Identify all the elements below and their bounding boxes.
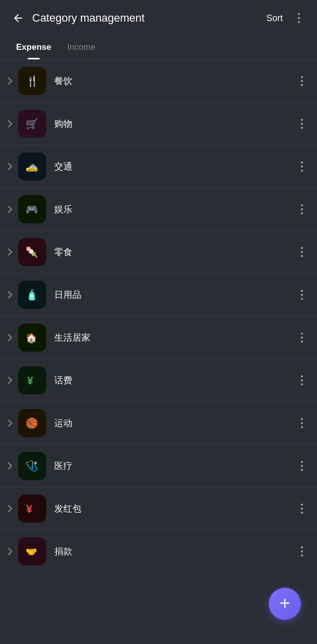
list-item[interactable]: 🏀 运动: [0, 402, 317, 445]
item-more-button[interactable]: [293, 500, 311, 518]
expand-arrow[interactable]: [4, 77, 16, 85]
expand-arrow[interactable]: [4, 163, 16, 171]
category-icon-daily: 🧴: [18, 281, 46, 309]
svg-text:🚕: 🚕: [26, 160, 38, 173]
list-item[interactable]: 🚕 交通: [0, 145, 317, 188]
item-more-button[interactable]: [293, 457, 311, 475]
list-item[interactable]: 🍴 餐饮: [0, 60, 317, 103]
page-title: Category management: [32, 12, 260, 25]
expand-arrow[interactable]: [4, 120, 16, 128]
expand-arrow[interactable]: [4, 505, 16, 513]
list-item[interactable]: 🩺 医疗: [0, 445, 317, 488]
category-icon-phone: ¥: [18, 366, 46, 394]
svg-text:🧴: 🧴: [26, 289, 38, 301]
more-icon: [301, 162, 303, 172]
svg-text:🤝: 🤝: [26, 546, 37, 557]
category-label: 零食: [54, 246, 293, 258]
more-icon: [301, 333, 303, 343]
list-item[interactable]: 🤝 捐款: [0, 530, 317, 573]
expand-arrow[interactable]: [4, 248, 16, 256]
svg-text:🍴: 🍴: [26, 75, 39, 87]
sort-button[interactable]: Sort: [260, 9, 289, 28]
category-label: 运动: [54, 417, 293, 429]
svg-text:🏠: 🏠: [26, 333, 37, 344]
more-icon: [298, 13, 300, 23]
item-more-button[interactable]: [293, 329, 311, 347]
category-icon-snack: 🍡: [18, 238, 46, 266]
tab-income[interactable]: Income: [59, 36, 103, 59]
category-icon-home: 🏠: [18, 324, 46, 352]
add-category-button[interactable]: +: [269, 588, 301, 620]
more-icon: [301, 546, 303, 556]
tab-bar: Expense Income: [0, 36, 317, 60]
item-more-button[interactable]: [293, 243, 311, 261]
category-label: 购物: [54, 118, 293, 130]
list-item[interactable]: ¥ 发红包: [0, 488, 317, 530]
category-list: 🍴 餐饮 🛒 购物 🚕: [0, 60, 317, 573]
more-icon: [301, 504, 303, 514]
expand-arrow[interactable]: [4, 334, 16, 342]
item-more-button[interactable]: [293, 371, 311, 389]
category-label: 话费: [54, 374, 293, 386]
category-label: 生活居家: [54, 332, 293, 344]
more-icon: [301, 375, 303, 385]
category-label: 交通: [54, 160, 293, 173]
category-icon-medical: 🩺: [18, 452, 46, 480]
category-icon-donate: 🤝: [18, 537, 46, 566]
expand-arrow[interactable]: [4, 376, 16, 384]
more-icon: [301, 204, 303, 214]
expand-arrow[interactable]: [4, 462, 16, 470]
list-item[interactable]: ¥ 话费: [0, 359, 317, 402]
list-item[interactable]: 🧴 日用品: [0, 274, 317, 316]
item-more-button[interactable]: [293, 414, 311, 432]
svg-text:🏀: 🏀: [26, 417, 38, 429]
item-more-button[interactable]: [293, 286, 311, 304]
item-more-button[interactable]: [293, 542, 311, 560]
more-icon: [301, 418, 303, 428]
category-label: 娱乐: [54, 203, 293, 215]
back-icon: [12, 12, 24, 24]
tab-expense[interactable]: Expense: [8, 36, 59, 59]
more-icon: [301, 247, 303, 257]
svg-text:¥: ¥: [26, 503, 32, 515]
category-icon-traffic: 🚕: [18, 152, 46, 181]
expand-arrow[interactable]: [4, 205, 16, 213]
header: Category management Sort: [0, 0, 317, 36]
svg-text:¥: ¥: [27, 374, 33, 387]
category-icon-shop: 🛒: [18, 110, 46, 138]
category-label: 捐款: [54, 545, 293, 557]
svg-text:🎮: 🎮: [26, 203, 38, 215]
list-item[interactable]: 🍡 零食: [0, 231, 317, 274]
expand-arrow[interactable]: [4, 419, 16, 427]
list-item[interactable]: 🎮 娱乐: [0, 188, 317, 231]
more-icon: [301, 119, 303, 129]
category-label: 发红包: [54, 503, 293, 515]
back-button[interactable]: [8, 8, 28, 28]
category-icon-redpack: ¥: [18, 495, 46, 523]
category-label: 医疗: [54, 460, 293, 472]
svg-text:🩺: 🩺: [26, 460, 38, 472]
more-button[interactable]: [289, 8, 309, 28]
list-item[interactable]: 🛒 购物: [0, 103, 317, 145]
category-icon-fun: 🎮: [18, 195, 46, 223]
list-item[interactable]: 🏠 生活居家: [0, 316, 317, 359]
more-icon: [301, 461, 303, 471]
more-icon: [301, 76, 303, 86]
category-icon-food: 🍴: [18, 67, 46, 95]
more-icon: [301, 290, 303, 300]
category-icon-sport: 🏀: [18, 409, 46, 437]
category-label: 餐饮: [54, 75, 293, 87]
item-more-button[interactable]: [293, 200, 311, 218]
item-more-button[interactable]: [293, 72, 311, 90]
svg-text:🛒: 🛒: [26, 118, 38, 130]
expand-arrow[interactable]: [4, 547, 16, 555]
category-label: 日用品: [54, 289, 293, 301]
item-more-button[interactable]: [293, 157, 311, 176]
expand-arrow[interactable]: [4, 291, 16, 299]
item-more-button[interactable]: [293, 115, 311, 133]
add-icon: +: [279, 594, 290, 612]
svg-text:🍡: 🍡: [26, 246, 38, 258]
